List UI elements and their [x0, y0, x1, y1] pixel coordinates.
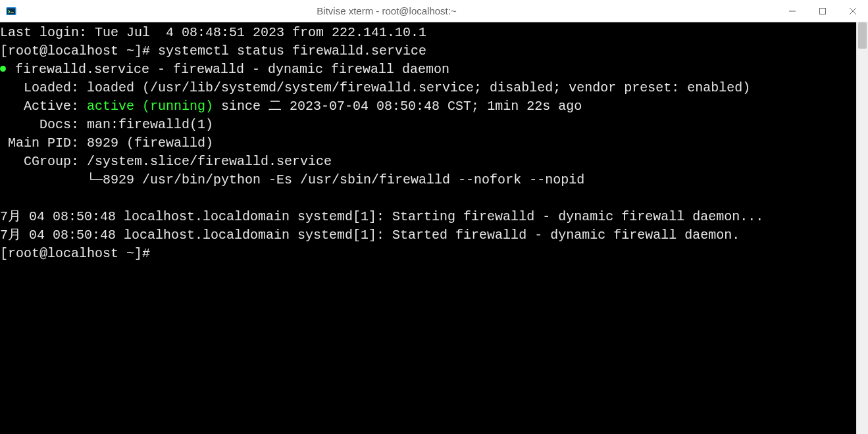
- prompt-line-2: [root@localhost ~]#: [0, 246, 150, 261]
- active-rest: since 二 2023-07-04 08:50:48 CST; 1min 22…: [213, 99, 582, 114]
- command-1: systemctl status firewalld.service: [158, 43, 426, 59]
- main-pid-line: Main PID: 8929 (firewalld): [0, 135, 213, 151]
- cgroup-child-line: └─8929 /usr/bin/python -Es /usr/sbin/fir…: [0, 172, 584, 187]
- minimize-icon: [789, 8, 796, 14]
- window-controls: [777, 0, 868, 22]
- service-unit-line: firewalld.service - firewalld - dynamic …: [0, 62, 449, 77]
- minimize-button[interactable]: [777, 0, 807, 22]
- window-title: Bitvise xterm - root@localhost:~: [22, 5, 777, 16]
- svg-rect-3: [820, 8, 826, 14]
- scrollbar-thumb[interactable]: [858, 22, 867, 49]
- log-line-2: 7月 04 08:50:48 localhost.localdomain sys…: [0, 228, 740, 243]
- prompt-1: [root@localhost ~]#: [0, 43, 158, 59]
- cgroup-line: CGroup: /system.slice/firewalld.service: [0, 154, 332, 169]
- bitvise-icon: [5, 5, 17, 17]
- log-line-1: 7月 04 08:50:48 localhost.localdomain sys…: [0, 209, 763, 224]
- unit-text: firewalld.service - firewalld - dynamic …: [7, 62, 449, 77]
- docs-line: Docs: man:firewalld(1): [0, 117, 213, 132]
- app-icon: [0, 0, 22, 22]
- active-line: Active: active (running) since 二 2023-07…: [0, 99, 582, 114]
- window-titlebar: Bitvise xterm - root@localhost:~: [0, 0, 868, 22]
- terminal-container: Last login: Tue Jul 4 08:48:51 2023 from…: [0, 22, 868, 434]
- loaded-line: Loaded: loaded (/usr/lib/systemd/system/…: [0, 80, 750, 95]
- active-label: Active:: [0, 99, 87, 114]
- maximize-button[interactable]: [807, 0, 838, 22]
- last-login-line: Last login: Tue Jul 4 08:48:51 2023 from…: [0, 25, 426, 40]
- status-dot-icon: [0, 66, 6, 72]
- maximize-icon: [819, 8, 826, 14]
- vertical-scrollbar[interactable]: [856, 22, 868, 434]
- active-status: active (running): [87, 99, 213, 114]
- prompt-line-1: [root@localhost ~]# systemctl status fir…: [0, 43, 426, 59]
- close-icon: [850, 8, 856, 14]
- terminal[interactable]: Last login: Tue Jul 4 08:48:51 2023 from…: [0, 22, 856, 434]
- close-button[interactable]: [838, 0, 868, 22]
